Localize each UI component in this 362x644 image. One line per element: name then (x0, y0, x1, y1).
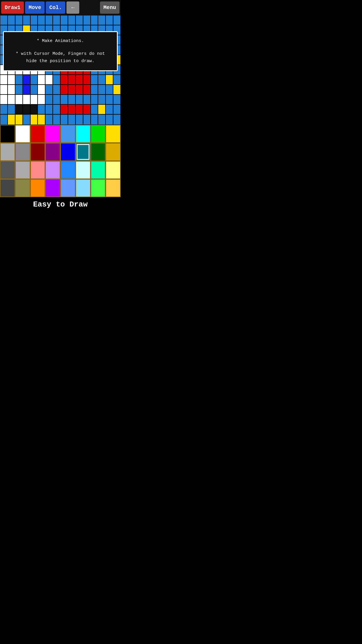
pixel-cell[interactable] (113, 75, 121, 85)
pixel-cell[interactable] (15, 104, 23, 114)
palette-color[interactable] (0, 143, 15, 161)
palette-color[interactable] (91, 143, 106, 161)
palette-color[interactable] (0, 125, 15, 143)
pixel-cell[interactable] (23, 94, 30, 104)
canvas-area[interactable]: * Make Animations. * with Cursor Mode, F… (0, 15, 121, 114)
palette-color[interactable] (106, 179, 121, 197)
palette-color[interactable] (75, 143, 91, 161)
pixel-cell[interactable] (98, 85, 106, 94)
pixel-cell[interactable] (106, 75, 113, 85)
palette-color[interactable] (60, 161, 75, 179)
pixel-cell[interactable] (60, 15, 68, 25)
palette-color[interactable] (15, 143, 30, 161)
pixel-cell[interactable] (60, 94, 68, 104)
palette-color[interactable] (75, 125, 91, 143)
palette-color[interactable] (60, 179, 75, 197)
pixel-cell[interactable] (0, 104, 8, 114)
pixel-cell[interactable] (68, 94, 75, 104)
palette-color[interactable] (91, 125, 106, 143)
pixel-cell[interactable] (8, 15, 15, 25)
pixel-cell[interactable] (8, 94, 15, 104)
palette-color[interactable] (60, 125, 75, 143)
palette-color[interactable] (106, 143, 121, 161)
pixel-cell[interactable] (91, 85, 98, 94)
pixel-cell[interactable] (8, 75, 15, 85)
pixel-cell[interactable] (15, 85, 23, 94)
pixel-cell[interactable] (45, 15, 53, 25)
pixel-cell[interactable] (45, 94, 53, 104)
pixel-cell[interactable] (8, 104, 15, 114)
pixel-cell[interactable] (38, 104, 45, 114)
pixel-cell[interactable] (106, 15, 113, 25)
pixel-cell[interactable] (113, 104, 121, 114)
pixel-cell[interactable] (38, 75, 45, 85)
pixel-cell[interactable] (113, 85, 121, 94)
pixel-cell[interactable] (53, 85, 60, 94)
palette-color[interactable] (75, 161, 91, 179)
pixel-cell[interactable] (75, 15, 83, 25)
pixel-cell[interactable] (83, 15, 91, 25)
pixel-cell[interactable] (60, 104, 68, 114)
draw-button[interactable]: Draw1 (1, 1, 24, 14)
pixel-cell[interactable] (30, 104, 38, 114)
color-palette[interactable] (0, 125, 121, 197)
pixel-cell[interactable] (98, 75, 106, 85)
palette-color[interactable] (60, 143, 75, 161)
pixel-cell[interactable] (15, 15, 23, 25)
pixel-cell[interactable] (15, 94, 23, 104)
palette-color[interactable] (15, 125, 30, 143)
pixel-cell[interactable] (98, 94, 106, 104)
pixel-cell[interactable] (75, 85, 83, 94)
pixel-cell[interactable] (106, 94, 113, 104)
palette-color[interactable] (106, 125, 121, 143)
palette-color[interactable] (30, 161, 45, 179)
pixel-cell[interactable] (23, 85, 30, 94)
pixel-cell[interactable] (30, 75, 38, 85)
palette-color[interactable] (91, 161, 106, 179)
pixel-cell[interactable] (98, 104, 106, 114)
palette-color[interactable] (0, 161, 15, 179)
col-button[interactable]: Col. (46, 1, 65, 14)
pixel-cell[interactable] (75, 75, 83, 85)
palette-color[interactable] (30, 125, 45, 143)
pixel-cell[interactable] (0, 15, 8, 25)
pixel-cell[interactable] (30, 94, 38, 104)
pixel-cell[interactable] (75, 94, 83, 104)
pixel-cell[interactable] (30, 85, 38, 94)
pixel-cell[interactable] (91, 104, 98, 114)
pixel-cell[interactable] (45, 85, 53, 94)
pixel-cell[interactable] (8, 85, 15, 94)
pixel-cell[interactable] (0, 94, 8, 104)
pixel-cell[interactable] (53, 15, 60, 25)
pixel-cell[interactable] (53, 104, 60, 114)
pixel-cell[interactable] (38, 15, 45, 25)
pixel-cell[interactable] (98, 15, 106, 25)
pixel-cell[interactable] (113, 94, 121, 104)
move-button[interactable]: Move (25, 1, 45, 14)
pixel-cell[interactable] (68, 85, 75, 94)
palette-color[interactable] (45, 125, 60, 143)
pixel-cell[interactable] (60, 75, 68, 85)
pixel-cell[interactable] (53, 94, 60, 104)
menu-button[interactable]: Menu (100, 1, 120, 14)
pixel-cell[interactable] (23, 75, 30, 85)
pixel-cell[interactable] (91, 94, 98, 104)
pixel-cell[interactable] (23, 104, 30, 114)
pixel-cell[interactable] (45, 75, 53, 85)
back-button[interactable]: ← (66, 1, 79, 14)
pixel-cell[interactable] (68, 15, 75, 25)
pixel-cell[interactable] (15, 75, 23, 85)
pixel-cell[interactable] (0, 75, 8, 85)
pixel-cell[interactable] (23, 15, 30, 25)
palette-color[interactable] (106, 161, 121, 179)
pixel-cell[interactable] (0, 85, 8, 94)
pixel-cell[interactable] (83, 75, 91, 85)
palette-color[interactable] (30, 143, 45, 161)
pixel-cell[interactable] (68, 104, 75, 114)
palette-color[interactable] (15, 161, 30, 179)
pixel-cell[interactable] (60, 85, 68, 94)
palette-color[interactable] (45, 161, 60, 179)
pixel-cell[interactable] (68, 75, 75, 85)
pixel-cell[interactable] (91, 75, 98, 85)
pixel-cell[interactable] (106, 85, 113, 94)
